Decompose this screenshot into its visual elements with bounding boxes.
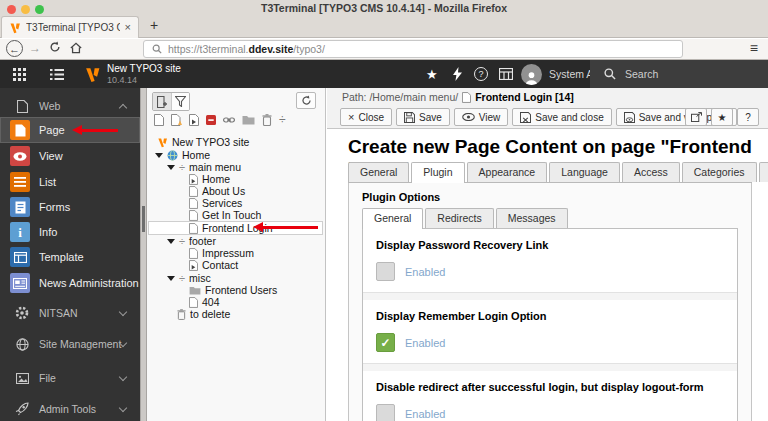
module-grid-icon[interactable] [499,60,513,88]
checkbox-label[interactable]: Enabled [405,337,445,349]
save-button[interactable]: Save [396,108,450,126]
doc-warning-icon[interactable] [171,114,182,126]
gear-icon [14,306,30,320]
doc-standard-icon[interactable] [154,114,164,126]
tab-close-icon[interactable]: × [125,22,131,33]
folder-icon[interactable] [242,115,255,125]
tree-item-footer[interactable]: ÷ footer [148,235,323,247]
docheader: Path: /Home/main menu/ Frontend Login [1… [327,88,768,129]
expand-caret[interactable] [167,165,175,170]
tree-item-services[interactable]: Services [148,197,323,209]
tree-item-to-delete[interactable]: to delete [148,308,323,320]
doc-shortcut-icon [189,260,198,271]
field-remember-login: Display Remember Login Option ✓ Enabled [363,300,737,364]
filter-button[interactable] [171,93,189,110]
tree-item-home-root[interactable]: Home [148,149,323,161]
sidebar-item-template[interactable]: Template [0,244,140,270]
sidebar-item-page[interactable]: Page [0,117,140,143]
topbar-search[interactable]: Search [590,60,768,88]
tab-appearance[interactable]: Appearance [467,162,548,182]
window-titlebar: T3Terminal [TYPO3 CMS 10.4.14] - Mozilla… [0,0,768,16]
divider-page-icon[interactable]: ÷ [279,114,286,126]
expand-caret[interactable] [155,153,163,158]
typo3-logo[interactable] [84,60,101,88]
sidebar-section-nitsan[interactable]: NITSAN [0,300,140,326]
field-password-recovery: Display Password Recovery Link Enabled [363,229,737,293]
bookmarks-star-icon[interactable]: ★ [426,60,438,88]
checkbox-disable-redirect[interactable] [376,404,395,421]
link-icon[interactable] [223,116,235,124]
tab-plugin[interactable]: Plugin [411,162,464,183]
tab-language[interactable]: Language [549,162,620,182]
panel-splitter[interactable] [140,88,147,421]
tab-access[interactable]: Access [622,162,680,182]
topbar-grid-icon[interactable] [13,60,26,88]
subtab-messages[interactable]: Messages [496,208,568,228]
sidebar-item-forms[interactable]: Forms [0,194,140,220]
typo3-topbar: New TYPO3 site 10.4.14 ★ ? System Admin … [0,60,768,88]
record-title: Frontend Login [14] [475,91,574,103]
help-icon[interactable]: ? [474,60,488,88]
tree-item-main-menu[interactable]: ÷ main menu [148,161,323,173]
firefox-menu-icon[interactable]: ≡ [750,40,758,56]
tree-item-about-us[interactable]: About Us [148,185,323,197]
doc-shortcut-icon[interactable] [189,114,199,126]
sidebar-section-admin-tools[interactable]: Admin Tools [0,396,140,421]
tab-categories[interactable]: Categories [682,162,757,182]
home-button[interactable] [70,42,82,54]
tree-item-home[interactable]: Home [148,173,323,185]
checkbox-password-recovery[interactable] [376,262,395,281]
check-icon: ✓ [380,337,390,349]
user-avatar[interactable] [521,60,542,88]
close-button[interactable]: ×Close [340,108,392,126]
search-icon [604,68,616,80]
expand-caret[interactable] [167,276,175,281]
save-and-close-button[interactable]: Save and close [512,108,611,126]
bookmark-star-button[interactable]: ★ [711,108,733,126]
checkbox-remember-login[interactable]: ✓ [376,333,395,352]
divider-icon: ÷ [179,273,185,284]
url-bar[interactable]: https://t3terminal.ddev.site/typo3/ [143,40,683,58]
new-page-button[interactable] [153,93,171,110]
sidebar-item-view[interactable]: View [0,143,140,169]
doc-icon [189,223,198,234]
checkbox-label[interactable]: Enabled [405,408,445,420]
reload-button[interactable] [49,41,61,53]
sidebar-section-file[interactable]: File [0,365,140,391]
tree-item-impressum[interactable]: Impressum [148,247,323,259]
chevron-down-icon [119,373,127,381]
new-tab-button[interactable]: + [150,17,158,33]
subtab-redirects[interactable]: Redirects [425,208,493,228]
tree-item-misc[interactable]: ÷ misc [148,272,323,284]
clear-cache-bolt-icon[interactable] [453,60,462,88]
checkbox-label[interactable]: Enabled [405,266,445,278]
sidebar-section-site-management[interactable]: Site Management [0,331,140,357]
splitter-handle[interactable] [142,206,145,232]
topbar-list-icon[interactable] [50,60,64,88]
expand-caret[interactable] [167,239,175,244]
tree-item-404[interactable]: 404 [148,296,323,308]
forward-button[interactable]: → [29,42,41,54]
docheader-right-buttons: ★ ? [685,108,759,126]
trash-icon[interactable] [262,114,272,126]
sidebar-item-info[interactable]: i Info [0,219,140,245]
tree-item-get-in-touch[interactable]: Get In Touch [148,209,323,221]
tree-item-root[interactable]: New TYPO3 site [148,136,323,148]
view-button[interactable]: View [454,108,509,126]
browser-tab[interactable]: T3Terminal [TYPO3 CMS × [1,16,139,38]
back-button[interactable]: ← [6,40,23,57]
sidebar-item-news-administration[interactable]: News Administration [0,270,140,296]
refresh-button[interactable] [296,92,316,109]
tree-item-frontend-users[interactable]: Frontend Users [148,284,323,296]
site-info: New TYPO3 site 10.4.14 [107,60,181,88]
help-button[interactable]: ? [737,108,759,126]
sidebar-section-web[interactable]: Web [0,93,140,119]
tree-item-contact[interactable]: Contact [148,259,323,271]
open-in-new-window-button[interactable] [685,108,707,126]
sidebar-item-list[interactable]: List [0,169,140,195]
subtab-general[interactable]: General [362,208,423,229]
tab-general[interactable]: General [348,162,409,182]
tab-notes[interactable]: Notes [759,162,768,182]
doc-restricted-icon[interactable] [206,114,216,126]
plugin-options-section: Plugin Options General Redirects Message… [348,183,752,421]
